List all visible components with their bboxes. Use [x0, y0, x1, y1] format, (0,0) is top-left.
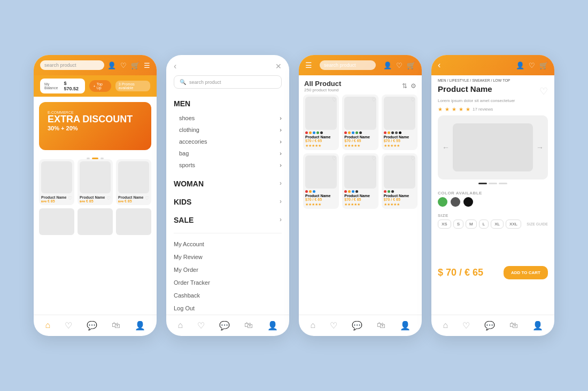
s3-heart-5[interactable]: ♡ — [372, 155, 376, 161]
menu-order-tracker[interactable]: Order Tracker — [166, 276, 289, 289]
size-s[interactable]: S — [453, 220, 463, 229]
footer-heart-icon[interactable]: ♡ — [65, 320, 72, 331]
footer-heart-icon[interactable]: ♡ — [197, 320, 205, 331]
back-icon[interactable]: ‹ — [438, 60, 440, 70]
old-price-2: $70 — [80, 200, 85, 203]
topup-button[interactable]: + Top Up — [89, 80, 111, 92]
footer-heart-icon[interactable]: ♡ — [330, 320, 337, 331]
wish-icon-1[interactable]: ♡ — [68, 196, 72, 201]
product-card-2[interactable]: ♡ Product Name $70 € 85 — [78, 159, 113, 205]
allproduct-search[interactable]: search product — [320, 60, 376, 70]
img-dot-2[interactable] — [489, 183, 497, 184]
sort-icon[interactable]: ⇅ — [402, 82, 407, 90]
footer-person-icon[interactable]: 👤 — [267, 320, 278, 331]
footer-heart-icon[interactable]: ♡ — [462, 320, 470, 331]
s3-card-6[interactable]: ♡ Product Name $70 / € 65 ★★★★★ — [382, 153, 417, 209]
menu-my-review[interactable]: My Review — [166, 251, 289, 263]
filter-icon[interactable]: ⚙ — [411, 82, 416, 90]
bag-icon[interactable]: 🛒 — [539, 61, 548, 69]
menu-search[interactable]: 🔍 search product — [174, 75, 282, 89]
color-green[interactable] — [438, 197, 447, 207]
cdot-red — [344, 131, 347, 134]
color-dots-5 — [344, 190, 376, 193]
back-icon[interactable]: ‹ — [174, 61, 176, 71]
footer-bag-icon[interactable]: 🛍 — [509, 320, 518, 331]
s3-pname-6: Product Name — [384, 194, 415, 198]
star-4: ★ — [459, 106, 463, 112]
footer-chat-icon[interactable]: 💬 — [352, 320, 362, 331]
heart-icon[interactable]: ♡ — [396, 61, 403, 69]
add-to-cart-button[interactable]: ADD TO CART — [504, 266, 548, 279]
cdot-blue — [352, 131, 354, 134]
home-search-bar[interactable]: search product — [40, 60, 104, 70]
menu-item-clothing[interactable]: clothing› — [166, 124, 289, 136]
color-dots-4 — [305, 190, 337, 193]
menu-icon[interactable]: ☰ — [305, 61, 312, 69]
cdot-blue — [313, 131, 315, 134]
next-image-button[interactable]: → — [536, 143, 544, 152]
kids-category: KIDS › — [174, 198, 282, 206]
product-card-1[interactable]: ♡ Product Name $70 € 85 — [39, 159, 74, 205]
menu-icon[interactable]: ☰ — [144, 61, 150, 69]
footer-chat-icon[interactable]: 💬 — [87, 320, 97, 331]
heart-icon[interactable]: ♡ — [120, 61, 127, 69]
size-xl[interactable]: XL — [491, 220, 504, 229]
cdot-red — [305, 131, 308, 134]
s3-heart-6[interactable]: ♡ — [411, 155, 415, 161]
menu-item-shoes[interactable]: shoes› — [166, 112, 289, 124]
s3-card-5[interactable]: ♡ Product Name $70 / € 65 ★★★★★ — [342, 153, 378, 209]
footer-home-icon[interactable]: ⌂ — [310, 320, 315, 331]
wish-icon-2[interactable]: ♡ — [106, 196, 111, 201]
footer-home-icon[interactable]: ⌂ — [177, 320, 183, 331]
img-dot-3[interactable] — [499, 183, 507, 184]
user-icon[interactable]: 👤 — [383, 61, 392, 69]
s3-stars-4: ★★★★★ — [305, 202, 337, 207]
cdot-orange — [388, 131, 390, 134]
footer-bag-icon[interactable]: 🛍 — [112, 320, 120, 331]
heart-icon[interactable]: ♡ — [529, 61, 535, 69]
size-guide-link[interactable]: SIZE GUIDE — [527, 222, 548, 226]
s3-heart-1[interactable]: ♡ — [332, 97, 337, 103]
s3-heart-2[interactable]: ♡ — [372, 97, 376, 103]
s3-pname-4: Product Name — [305, 194, 337, 198]
footer-chat-icon[interactable]: 💬 — [484, 320, 495, 331]
size-xs[interactable]: XS — [438, 220, 451, 229]
footer-bag-icon[interactable]: 🛍 — [377, 320, 385, 331]
color-gray[interactable] — [451, 197, 460, 207]
user-icon[interactable]: 👤 — [107, 61, 116, 69]
promo-discount: 30% + 20% — [48, 125, 143, 131]
wish-icon-3[interactable]: ♡ — [145, 196, 149, 201]
s3-card-4[interactable]: ♡ Product Name $70 / € 65 ★★★★★ — [303, 153, 339, 209]
bag-icon[interactable]: 🛒 — [407, 61, 415, 69]
img-dot-1[interactable] — [478, 183, 487, 184]
menu-item-sports[interactable]: sports› — [166, 159, 289, 171]
menu-item-bag[interactable]: bag› — [166, 147, 289, 159]
s3-card-3[interactable]: ♡ Product Name $70 / € 55 ★★★★★ — [382, 95, 417, 150]
footer-person-icon[interactable]: 👤 — [532, 320, 543, 331]
footer-person-icon[interactable]: 👤 — [135, 320, 145, 331]
footer-bag-icon[interactable]: 🛍 — [244, 320, 253, 331]
menu-my-account[interactable]: My Account — [166, 238, 289, 251]
s3-heart-3[interactable]: ♡ — [411, 97, 415, 103]
user-icon[interactable]: 👤 — [516, 61, 524, 69]
footer-person-icon[interactable]: 👤 — [400, 320, 411, 331]
footer-home-icon[interactable]: ⌂ — [443, 320, 448, 331]
menu-my-order[interactable]: My Order — [166, 263, 289, 276]
menu-log-out[interactable]: Log Out — [166, 302, 289, 315]
menu-cashback[interactable]: Cashback — [166, 289, 289, 302]
footer-home-icon[interactable]: ⌂ — [45, 320, 50, 331]
menu-item-accecories[interactable]: accecories› — [166, 136, 289, 147]
s3-card-2[interactable]: ♡ Product Name $70 / € 65 ★★★★★ — [342, 95, 378, 150]
color-black[interactable] — [463, 197, 473, 207]
product-card-3[interactable]: ♡ Product Name $70 € 85 — [116, 159, 151, 205]
s3-card-1[interactable]: ♡ Product Name $70 / € 65 ★★★★★ — [303, 95, 339, 150]
close-icon[interactable]: ✕ — [275, 62, 282, 71]
size-l[interactable]: L — [479, 220, 489, 229]
bag-icon[interactable]: 🛒 — [131, 61, 140, 69]
size-xxl[interactable]: XXL — [506, 220, 521, 229]
s3-heart-4[interactable]: ♡ — [332, 155, 337, 161]
footer-chat-icon[interactable]: 💬 — [219, 320, 230, 331]
wishlist-icon[interactable]: ♡ — [539, 85, 548, 97]
prev-image-button[interactable]: ← — [442, 143, 450, 152]
size-m[interactable]: M — [466, 220, 477, 229]
